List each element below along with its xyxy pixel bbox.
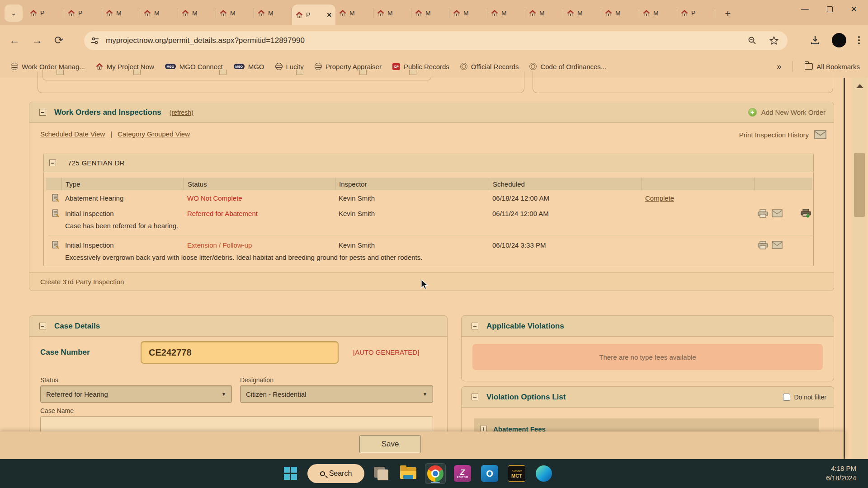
tab-search-chevron-icon[interactable]: ⌄ [5,5,23,22]
window-controls: — ✕ [801,0,864,18]
save-button[interactable]: Save [359,435,421,453]
browser-tab-strip: ⌄ PPMMMMMP✕MMMMMMMMMP + — ✕ [0,0,868,25]
browser-tab[interactable]: M [254,5,292,22]
chrome-button[interactable] [425,463,446,484]
house-favicon-icon [30,9,37,17]
forward-icon[interactable]: → [32,34,42,47]
refresh-link[interactable]: (refresh) [170,109,193,116]
browser-tab[interactable]: M [373,5,411,22]
mail-icon[interactable] [814,130,826,139]
seal-icon [529,63,537,70]
zoom-indicator-icon[interactable] [748,36,757,45]
menu-dots-icon[interactable] [858,36,860,44]
all-bookmarks-button[interactable]: All Bookmarks [805,63,860,70]
windows-logo-icon [284,467,297,480]
file-explorer-button[interactable] [398,463,419,484]
inspection-note: Excessively overgrown back yard with loo… [46,253,812,266]
work-order-icon[interactable] [52,194,60,202]
outlook-button[interactable]: O [479,463,500,484]
print-download-icon[interactable] [801,209,811,218]
edge-button[interactable] [533,463,554,484]
browser-tab[interactable]: M [216,5,254,22]
house-favicon-icon [182,9,189,17]
group-address-title: 725 GENTIAN DR [68,159,125,167]
address-bar[interactable]: myprojectnow.org/permit_details.aspx?per… [84,31,788,50]
browser-tab[interactable]: P [64,5,102,22]
no-fees-message: There are no type fees available [472,344,823,370]
browser-tab[interactable]: M [178,5,216,22]
task-view-icon [374,467,388,480]
browser-tab[interactable]: M [335,5,373,22]
browser-tab[interactable]: M [639,5,677,22]
new-tab-button[interactable]: + [722,7,734,20]
minimize-icon[interactable]: — [801,5,809,14]
status-select[interactable]: Referred for Hearing ▼ [40,385,232,403]
collapse-minus-icon[interactable] [472,394,478,400]
back-icon[interactable]: ← [9,34,20,47]
scrollbar-track[interactable] [852,78,867,459]
house-favicon-icon [339,9,346,17]
case-number-input[interactable]: CE242778 [141,341,339,364]
print-inspection-history-link[interactable]: Print Inspection History [739,131,809,139]
browser-tab[interactable]: M [487,5,525,22]
mail-icon[interactable] [772,209,783,217]
bookmarks-overflow-icon[interactable]: » [777,62,781,71]
seal-icon [460,63,467,70]
maximize-icon[interactable] [827,6,833,12]
browser-tab[interactable]: M [525,5,563,22]
browser-tab[interactable]: M [563,5,601,22]
do-not-filter-label: Do not filter [794,394,826,401]
globe-icon [11,63,18,70]
start-button[interactable] [280,463,301,484]
collapse-minus-icon[interactable] [49,160,56,166]
taskbar-search[interactable]: Search [307,464,364,483]
smart-mct-button[interactable]: SmartMCT [506,463,527,484]
profile-avatar[interactable] [832,33,846,47]
mail-icon[interactable] [772,241,783,249]
browser-tab[interactable]: M [411,5,449,22]
scheduled-date-view-link[interactable]: Scheduled Date View [40,130,105,138]
work-order-icon[interactable] [52,241,60,249]
browser-tab[interactable]: P✕ [292,5,335,25]
browser-tab[interactable]: P [677,5,715,22]
view-separator: | [110,130,112,138]
work-order-icon[interactable] [52,209,60,218]
taskbar-clock[interactable]: 4:18 PM 6/18/2024 [826,464,856,483]
print-icon[interactable] [758,209,768,218]
browser-tab[interactable]: M [601,5,639,22]
close-icon[interactable]: ✕ [851,5,857,14]
url-text[interactable]: myprojectnow.org/permit_details.aspx?per… [106,36,748,45]
scrollbar-thumb[interactable] [854,153,865,217]
reload-icon[interactable]: ⟳ [54,34,63,47]
complete-link[interactable]: Complete [645,194,674,202]
download-icon[interactable] [810,35,820,45]
edge-icon [536,465,552,482]
cutoff-toolbar-panel [533,71,833,93]
designation-select[interactable]: Citizen - Residential ▼ [240,385,433,403]
collapse-minus-icon[interactable] [472,323,478,329]
case-details-panel: Case Details Case Number CE242778 [AUTO … [29,315,448,436]
bookmark-item[interactable]: Code of Ordinances... [529,63,606,70]
bookmark-item[interactable]: Official Records [460,63,519,70]
category-grouped-view-link[interactable]: Category Grouped View [118,130,190,138]
browser-tab[interactable]: P [26,5,64,22]
tab-close-icon[interactable]: ✕ [326,11,332,19]
table-row: Initial Inspection Referred for Abatemen… [46,206,812,221]
editor-app-button[interactable]: ZEDITOR [452,463,473,484]
browser-tab[interactable]: M [140,5,178,22]
bookmark-star-icon[interactable] [769,36,778,45]
create-third-party-inspection-link[interactable]: Create 3'rd Party Inspection [40,278,124,286]
task-view-button[interactable] [371,463,392,484]
clock-time: 4:18 PM [826,464,856,473]
print-icon[interactable] [758,241,768,249]
table-header-row: Type Status Inspector Scheduled [46,178,812,190]
browser-tab[interactable]: M [102,5,140,22]
collapse-minus-icon[interactable] [39,109,46,116]
do-not-filter-checkbox[interactable] [783,394,790,401]
chevron-down-icon: ▼ [423,392,427,397]
add-new-work-order-button[interactable]: + Add New Work Order [748,108,826,117]
site-info-icon[interactable] [90,37,99,45]
browser-tab[interactable]: M [449,5,487,22]
scrollbar-up-arrow-icon[interactable] [856,84,863,88]
collapse-minus-icon[interactable] [39,323,46,329]
